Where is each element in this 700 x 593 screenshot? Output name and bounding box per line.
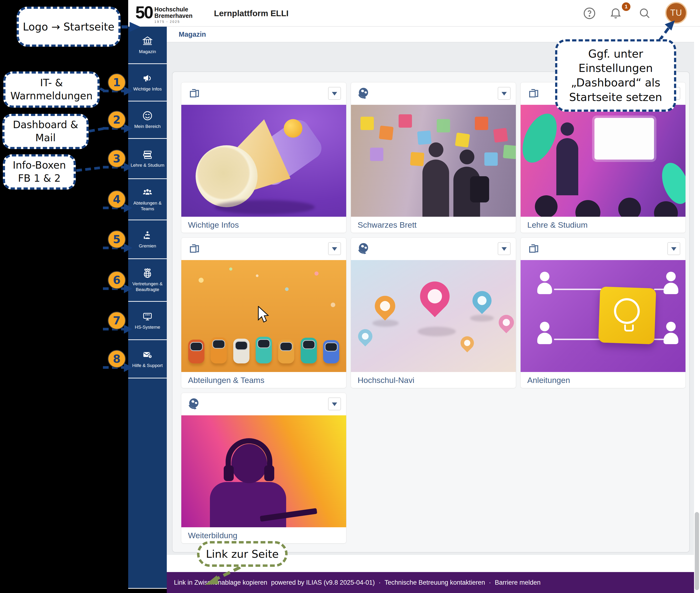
card-actions-dropdown[interactable] [328,397,341,410]
card-actions-dropdown[interactable] [498,242,511,255]
svg-text:***: *** [145,313,150,318]
sidebar-nav: Magazin Wichtige Infos Mein Bereich Lehr… [128,27,167,589]
svg-text:?: ? [149,355,151,358]
card-title[interactable]: Wichtige Infos [181,217,346,233]
card-actions-dropdown[interactable] [667,242,680,255]
annotation-number-2: 2 [108,111,126,129]
avatar[interactable]: TU [665,2,687,24]
footer-powered-by: powered by ILIAS (v9.8 2025-04-01) [271,579,375,586]
sidebar-item-lehre-studium[interactable]: Lehre & Studium [128,139,167,179]
sidebar-item-abteilungen-teams[interactable]: Abteilungen & Teams [128,179,167,220]
notifications-bell-icon[interactable] [609,7,622,20]
logo-50-mark: 50 [135,2,152,23]
card-image-headphones-learner[interactable] [181,416,346,527]
sidebar-item-hs-systeme[interactable]: *** HS-Systeme [128,302,167,340]
sidebar-item-vertretungen-beauftragte[interactable]: Vertretungen & Beauftragte [128,259,167,301]
card-title[interactable]: Abteilungen & Teams [181,372,346,388]
annotation-settings-callout: Ggf. unter Einstellungen „Dashboard“ als… [555,39,676,112]
card-image-map-pins[interactable] [351,260,516,372]
card-image-pinboard[interactable] [351,105,516,217]
card-image-robots[interactable] [181,260,346,372]
card-title[interactable]: Lehre & Studium [521,217,686,233]
megaphone-icon [142,73,153,84]
sidebar-item-magazin[interactable]: Magazin [128,27,167,63]
committee-icon [142,230,153,241]
annotation-label-dashboard-mail: Dashboard & Mail [2,114,88,149]
weblink-icon [357,242,371,256]
breadcrumb-magazin-link[interactable]: Magazin [179,27,206,42]
annotation-number-5: 5 [108,230,126,248]
sidebar-item-mein-bereich[interactable]: Mein Bereich [128,102,167,138]
globe-people-icon [142,268,153,279]
card-weiterbildung: Weiterbildung [181,393,346,544]
weblink-icon [187,397,201,411]
footer-separator: · [378,579,381,586]
search-icon[interactable] [638,7,652,20]
people-icon [142,187,153,198]
sidebar-filler [128,379,167,588]
annotation-number-6: 6 [108,271,126,289]
annotation-number-7: 7 [108,312,126,329]
annotation-label-infoboxen: Info-Boxen FB 1 & 2 [3,154,76,190]
books-icon [142,149,153,160]
bank-icon [142,36,153,46]
whiteboard [594,118,654,160]
card-anleitungen: Anleitungen [520,237,686,388]
sidebar-item-hilfe-support[interactable]: ? Hilfe & Support [128,340,167,378]
mouse-cursor [258,306,269,323]
lightbulb-icon [614,298,640,324]
scrollbar-thumb[interactable] [695,512,699,590]
card-title[interactable]: Schwarzes Brett [351,217,516,233]
sidebar-item-wichtige-infos[interactable]: Wichtige Infos [128,64,167,101]
page-title: Lernplattform ELLI [214,0,289,27]
card-wichtige-infos: Wichtige Infos [181,82,346,233]
annotation-link-callout: Link zur Seite [197,541,288,567]
footer-support-link[interactable]: Technische Betreuung kontaktieren [384,579,485,586]
footer-bar: Link in Zwischenablage kopieren powered … [167,572,694,593]
annotation-number-4: 4 [108,190,126,208]
card-title[interactable]: Hochschul-Navi [351,372,516,388]
weblink-icon [357,87,371,101]
monitor-icon: *** [142,311,153,322]
silhouette-person [422,160,449,217]
logo-text: Hochschule Bremerhaven 1975 - 2025 [154,2,192,24]
folder-icon [527,242,541,256]
mail-question-icon: ? [142,349,153,360]
folder-icon [187,242,201,256]
annotation-label-it-warnmeldungen: IT- & Warnmeldungen [3,72,100,108]
card-actions-dropdown[interactable] [328,242,341,255]
footer-separator: · [489,579,491,586]
card-actions-dropdown[interactable] [498,87,511,100]
card-image-lightbulb-network[interactable] [521,260,686,372]
footer-copy-link[interactable]: Link in Zwischenablage kopieren [174,579,267,586]
card-abteilungen-teams: Abteilungen & Teams [181,237,346,388]
annotation-logo-callout: Logo → Startseite [17,7,120,47]
sidebar-item-gremien[interactable]: Gremien [128,220,167,259]
annotation-number-1: 1 [108,73,126,91]
annotation-number-8: 8 [108,350,126,368]
card-actions-dropdown[interactable] [328,87,341,100]
notification-badge: 1 [622,2,630,11]
card-image-presentation[interactable] [521,105,686,217]
card-schwarzes-brett: Schwarzes Brett [351,82,516,233]
smiley-icon [142,110,153,121]
scrollbar-track [694,0,700,593]
folder-icon [187,87,201,101]
card-title[interactable]: Anleitungen [521,372,686,388]
logo-hochschule-bremerhaven[interactable]: 50 Hochschule Bremerhaven 1975 - 2025 [135,2,192,24]
help-icon[interactable] [583,7,596,20]
card-deck-panel: Wichtige Infos Schwarzes Brett [172,72,690,553]
card-hochschul-navi: Hochschul-Navi [351,237,516,388]
card-image-megaphone[interactable] [181,105,346,217]
annotation-number-3: 3 [108,150,126,168]
presenter-silhouette [556,138,578,195]
folder-icon [527,87,541,101]
footer-report-barrier-link[interactable]: Barriere melden [495,579,541,586]
app-header: 50 Hochschule Bremerhaven 1975 - 2025 Le… [128,0,700,27]
